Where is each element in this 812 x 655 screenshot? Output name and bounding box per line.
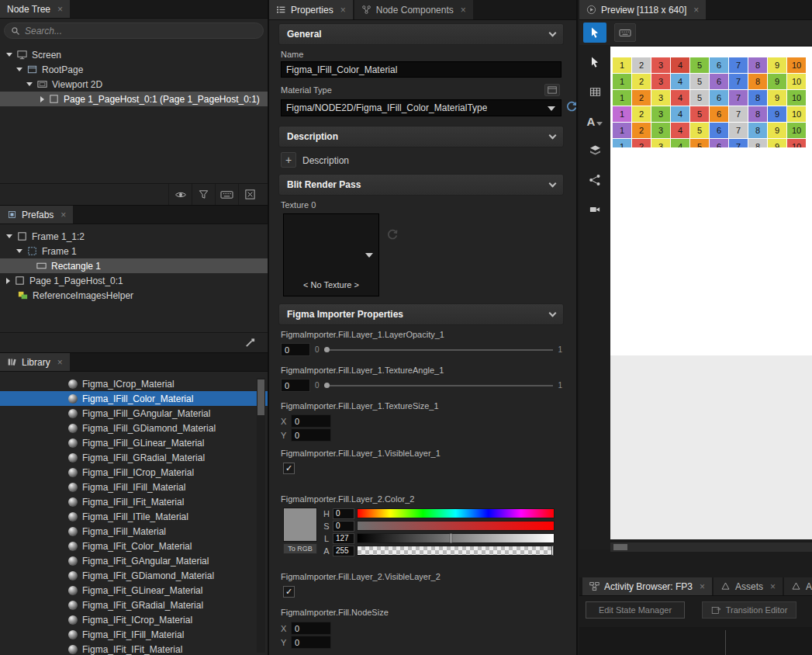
library-item[interactable]: Figma_IFit_GLinear_Material (0, 583, 268, 598)
tree-item-pagehost[interactable]: Page 1_PageHost_0:1 (Page 1_PageHost_0:1… (0, 92, 268, 106)
panel-splitter[interactable] (725, 630, 726, 655)
node-tree-searchbox[interactable] (4, 23, 264, 39)
library-item[interactable]: Figma_IFill_GLinear_Material (0, 435, 268, 450)
expand-arrow-icon[interactable] (6, 234, 12, 238)
name-input[interactable] (281, 61, 561, 78)
collapse-arrow-icon[interactable] (40, 96, 44, 102)
slider-track[interactable] (324, 382, 554, 389)
expand-arrow-icon[interactable] (16, 249, 22, 253)
library-item[interactable]: Figma_IFill_ICrop_Material (0, 465, 268, 480)
layer-opacity-value-input[interactable]: 0 (281, 343, 310, 356)
transition-editor-button[interactable]: Transition Editor (702, 601, 796, 619)
close-icon[interactable]: × (461, 5, 466, 16)
clear-selection-button[interactable] (238, 184, 261, 205)
tab-properties[interactable]: Properties × (269, 0, 353, 19)
texture-size-x-input[interactable]: 0 (291, 414, 331, 428)
prefab-item-frame1[interactable]: Frame 1 (0, 244, 268, 258)
library-item[interactable]: Figma_IFill_Material (0, 524, 268, 539)
library-item[interactable]: Figma_IFill_ITile_Material (0, 509, 268, 524)
lightness-gradient-bar[interactable] (357, 533, 555, 543)
alpha-gradient-bar[interactable] (357, 546, 555, 556)
virtual-keyboard-button[interactable] (614, 23, 636, 42)
library-item[interactable]: Figma_IFill_IFit_Material (0, 494, 268, 509)
slider-track[interactable] (324, 346, 554, 353)
library-item[interactable]: Figma_IFill_IFill_Material (0, 480, 268, 494)
texture-angle-value-input[interactable]: 0 (281, 379, 310, 392)
library-item[interactable]: Figma_IFit_IFill_Material (0, 627, 268, 642)
tab-node-components[interactable]: Node Components × (354, 0, 473, 19)
close-icon[interactable]: × (700, 581, 705, 592)
library-item[interactable]: Figma_IFit_GAngular_Material (0, 553, 268, 568)
lightness-input[interactable]: 127 (333, 533, 354, 544)
prefab-item-referenceimageshelper[interactable]: ReferenceImagesHelper (0, 288, 268, 303)
prefab-item-pagehost[interactable]: Page 1_PageHost_0:1 (0, 273, 268, 288)
layers-button[interactable] (586, 141, 604, 160)
saturation-gradient-bar[interactable] (357, 521, 555, 531)
library-item[interactable]: Figma_IFill_Color_Material (0, 391, 268, 406)
alpha-input[interactable]: 255 (333, 546, 354, 556)
tree-item-rootpage[interactable]: RootPage (0, 62, 268, 77)
prefab-item-rectangle1[interactable]: Rectangle 1 (0, 258, 268, 273)
tree-item-viewport2d[interactable]: Viewport 2D (0, 77, 268, 92)
library-item[interactable]: Figma_IFill_GRadial_Material (0, 450, 268, 465)
slider-handle[interactable] (324, 383, 330, 388)
search-input[interactable] (25, 26, 257, 36)
expand-arrow-icon[interactable] (6, 53, 12, 57)
tab-activity-browser[interactable]: Activity Browser: FP3 × (582, 577, 712, 595)
shortcut-grid-button[interactable] (215, 184, 238, 205)
close-icon[interactable]: × (57, 357, 63, 368)
close-icon[interactable]: × (693, 5, 699, 16)
color-swatch[interactable] (283, 508, 317, 542)
library-item[interactable]: Figma_IFit_ICrop_Material (0, 612, 268, 627)
library-item[interactable]: Figma_ICrop_Material (0, 376, 268, 391)
prefab-item-frame1-12[interactable]: Frame 1_1:2 (0, 229, 268, 244)
hue-input[interactable]: 0 (333, 508, 354, 519)
grid-view-button[interactable] (586, 82, 604, 101)
library-item[interactable]: Figma_IFit_GDiamond_Material (0, 568, 268, 583)
texture-dropdown[interactable]: < No Texture > (283, 213, 379, 296)
library-item[interactable]: Figma_IFit_GRadial_Material (0, 598, 268, 612)
tab-node-tree[interactable]: Node Tree × (0, 0, 70, 18)
preview-hscrollbar[interactable] (610, 542, 812, 552)
library-item[interactable]: Figma_IFill_GAngular_Material (0, 406, 268, 421)
close-icon[interactable]: × (60, 210, 66, 220)
section-blit-render-pass[interactable]: Blit Render Pass (278, 174, 564, 196)
node-size-y-input[interactable]: 0 (291, 636, 331, 649)
tab-prefabs[interactable]: Prefabs × (0, 206, 73, 224)
close-icon[interactable]: × (340, 5, 346, 16)
node-size-x-input[interactable]: 0 (291, 622, 331, 635)
section-figma-importer[interactable]: Figma Importer Properties (278, 303, 564, 325)
material-type-editor-button[interactable] (544, 84, 560, 96)
expand-arrow-icon[interactable] (26, 82, 33, 86)
select-tool-button[interactable] (586, 53, 604, 71)
preview-hscrollbar-thumb[interactable] (613, 544, 627, 550)
collapse-arrow-icon[interactable] (6, 278, 10, 284)
edit-state-manager-button[interactable]: Edit State Manager (586, 601, 685, 619)
prefab-tool-button[interactable] (238, 333, 261, 352)
to-rgb-button[interactable]: To RGB (283, 543, 317, 554)
slider-handle[interactable] (324, 347, 330, 352)
tab-asset-partial[interactable]: Asset (784, 577, 812, 595)
filter-button[interactable] (192, 184, 215, 205)
library-scrollbar[interactable] (257, 378, 265, 653)
tab-assets[interactable]: Assets × (714, 577, 783, 595)
interact-tool-button[interactable] (583, 23, 606, 43)
camera-button[interactable] (586, 200, 604, 219)
close-icon[interactable]: × (770, 581, 776, 592)
tab-library[interactable]: Library × (0, 353, 70, 371)
gradient-handle[interactable] (551, 546, 554, 556)
saturation-input[interactable]: 0 (333, 521, 354, 532)
visible-layer-2-checkbox[interactable]: ✓ (283, 586, 295, 598)
close-icon[interactable]: × (57, 4, 63, 15)
library-item[interactable]: Figma_IFill_GDiamond_Material (0, 421, 268, 435)
library-item[interactable]: Figma_IFit_Color_Material (0, 539, 268, 553)
library-scrollbar-thumb[interactable] (257, 379, 264, 415)
text-tool-button[interactable]: A (586, 112, 604, 130)
texture-revert-button[interactable] (385, 228, 399, 242)
preview-canvas[interactable]: 1234567891012345678910123456789101234567… (610, 47, 812, 539)
node-graph-button[interactable] (586, 171, 604, 189)
library-item[interactable]: Figma_IFit_IFit_Material (0, 642, 268, 655)
section-general[interactable]: General (278, 23, 564, 45)
expand-arrow-icon[interactable] (16, 68, 22, 71)
gradient-handle[interactable] (450, 533, 452, 543)
